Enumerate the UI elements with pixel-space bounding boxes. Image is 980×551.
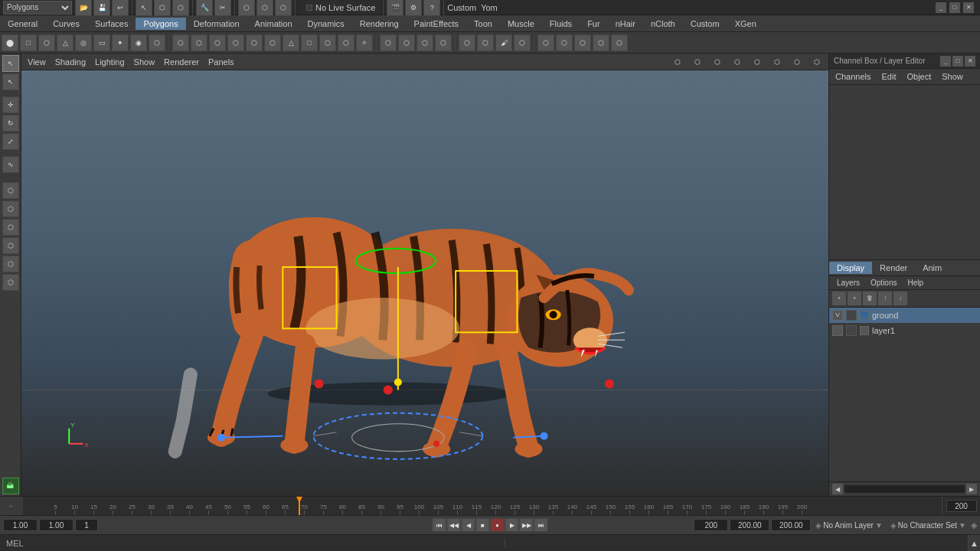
layer-ref-layer1[interactable] [846, 325, 857, 336]
tool-boolean[interactable]: ⬡ [459, 34, 475, 51]
tool-combine[interactable]: ⬡ [227, 34, 244, 51]
tab-display[interactable]: Display [829, 262, 872, 274]
tool-sculpt[interactable]: ⬡ [514, 34, 531, 51]
status-mel[interactable]: MEL [0, 539, 505, 548]
tab-anim[interactable]: Anim [915, 262, 949, 274]
anim-layer-arrow[interactable]: ▼ [875, 521, 883, 530]
tool-cube[interactable]: □ [20, 34, 37, 51]
layer-new-icon[interactable]: + [832, 292, 846, 305]
select-tool[interactable]: ↖ [2, 55, 19, 72]
playback-start-field[interactable] [39, 519, 74, 531]
menu-surfaces[interactable]: Surfaces [87, 18, 136, 30]
sub-menu-layers[interactable]: Layers [832, 278, 864, 288]
menu-rendering[interactable]: Rendering [352, 18, 407, 30]
step-back-btn[interactable]: ◀◀ [447, 518, 461, 532]
tool-cleanup[interactable]: ✧ [356, 34, 373, 51]
panel-scroll-left[interactable]: ◀ [832, 484, 843, 494]
tab-render[interactable]: Render [872, 262, 915, 274]
menu-xgen[interactable]: XGen [727, 18, 764, 30]
tool-bevel[interactable]: ⬡ [209, 34, 226, 51]
icon-btn-10[interactable]: ⬡ [256, 0, 273, 16]
layer-color-ground[interactable] [860, 311, 869, 320]
tool-paint[interactable]: 🖌 [495, 34, 512, 51]
settings-icon[interactable]: ⚙ [405, 0, 422, 16]
icon-btn-4[interactable]: ↖ [136, 0, 152, 16]
ch-menu-object[interactable]: Object [902, 70, 936, 83]
tool-display1[interactable]: ⬡ [537, 34, 554, 51]
anim-fps-field[interactable] [771, 519, 811, 531]
menu-animation[interactable]: Animation [247, 18, 300, 30]
step-fwd-btn[interactable]: ▶▶ [520, 518, 534, 532]
tool-reduce[interactable]: ⬡ [338, 34, 354, 51]
layer-add-sel-icon[interactable]: + [848, 292, 861, 305]
icon-btn-9[interactable]: ⬡ [238, 0, 255, 16]
rotate-tool[interactable]: ↻ [2, 115, 19, 132]
panel-scroll-right[interactable]: ▶ [966, 484, 977, 494]
status-expand-icon[interactable]: ▲ [968, 535, 980, 552]
current-frame-field[interactable] [75, 519, 98, 531]
panel-close-icon[interactable]: ✕ [965, 56, 975, 67]
viewport-icon[interactable]: 🏔 [2, 478, 19, 494]
render-icon[interactable]: 🎬 [387, 0, 403, 16]
sub-menu-options[interactable]: Options [866, 278, 901, 288]
tool-cylinder[interactable]: ⬡ [38, 34, 55, 51]
tool-offset[interactable]: ⬡ [416, 34, 433, 51]
tool-split[interactable]: ⬡ [380, 34, 397, 51]
tool-display4[interactable]: ⬡ [593, 34, 609, 51]
tool-sphere[interactable]: ⬤ [2, 34, 18, 51]
icon-btn-2[interactable]: 💾 [93, 0, 110, 16]
menu-polygons[interactable]: Polygons [136, 18, 185, 30]
tool-special[interactable]: ✦ [112, 34, 129, 51]
tool-quadrangulate[interactable]: □ [301, 34, 318, 51]
icon-btn-8[interactable]: ✂ [214, 0, 231, 16]
sculpt-poly[interactable]: ⬡ [2, 201, 19, 217]
menu-general[interactable]: General [0, 18, 45, 30]
multi-tool[interactable]: ⬡ [2, 256, 19, 272]
play-back-btn[interactable]: ◀ [462, 518, 475, 532]
go-to-start-btn[interactable]: ⏮ [433, 518, 446, 532]
char-set-arrow[interactable]: ▼ [959, 521, 966, 530]
misc-tool[interactable]: ⬡ [2, 274, 19, 291]
layer-row-ground[interactable]: V ground [829, 308, 980, 323]
layer-up-icon[interactable]: ↑ [878, 292, 892, 305]
tool-display2[interactable]: ⬡ [556, 34, 573, 51]
ch-menu-channels[interactable]: Channels [831, 70, 875, 83]
menu-curves[interactable]: Curves [45, 18, 87, 30]
layer-vis-layer1[interactable] [832, 325, 843, 336]
layer-ref-ground[interactable] [846, 310, 857, 321]
menu-custom[interactable]: Custom [683, 18, 727, 30]
icon-btn-3[interactable]: ↩ [112, 0, 129, 16]
panel-minimize-icon[interactable]: _ [940, 56, 951, 67]
menu-nhair[interactable]: nHair [608, 18, 643, 30]
paint-select-tool[interactable]: ↖ [2, 73, 19, 90]
icon-btn-5[interactable]: ⬡ [154, 0, 171, 16]
layer-delete-icon[interactable]: 🗑 [863, 292, 877, 305]
layer-row-layer1[interactable]: layer1 [829, 323, 980, 338]
tool-insert[interactable]: ⬡ [398, 34, 415, 51]
tool-mirror[interactable]: ⬡ [246, 34, 263, 51]
layer-down-icon[interactable]: ↓ [893, 292, 907, 305]
layer-color-layer1[interactable] [860, 326, 869, 335]
icon-btn-7[interactable]: 🔧 [196, 0, 213, 16]
soft-select[interactable]: ⬡ [2, 182, 19, 199]
panel-float-icon[interactable]: □ [952, 56, 963, 67]
sub-menu-help[interactable]: Help [903, 278, 928, 288]
help-icon[interactable]: ? [423, 0, 440, 16]
tool-extrude[interactable]: ⬡ [172, 34, 189, 51]
menu-deformation[interactable]: Deformation [186, 18, 247, 30]
range-end-frame-field[interactable] [694, 519, 728, 531]
tool-display5[interactable]: ⬡ [611, 34, 628, 51]
maximize-icon[interactable]: □ [949, 2, 960, 13]
tool-plane[interactable]: ▭ [93, 34, 110, 51]
ch-menu-show[interactable]: Show [937, 70, 968, 83]
menu-fluids[interactable]: Fluids [542, 18, 580, 30]
menu-dynamics[interactable]: Dynamics [300, 18, 352, 30]
wire-tool[interactable]: ⬡ [2, 237, 19, 254]
play-fwd-btn[interactable]: ▶ [505, 518, 519, 532]
tool-smooth[interactable]: ⬡ [264, 34, 281, 51]
tool-transfer[interactable]: ⬡ [477, 34, 494, 51]
minimize-icon[interactable]: _ [936, 2, 946, 13]
icon-btn-11[interactable]: ⬡ [275, 0, 292, 16]
menu-ncloth[interactable]: nCloth [643, 18, 683, 30]
mode-selector[interactable]: Polygons Surfaces Animation [3, 1, 72, 15]
